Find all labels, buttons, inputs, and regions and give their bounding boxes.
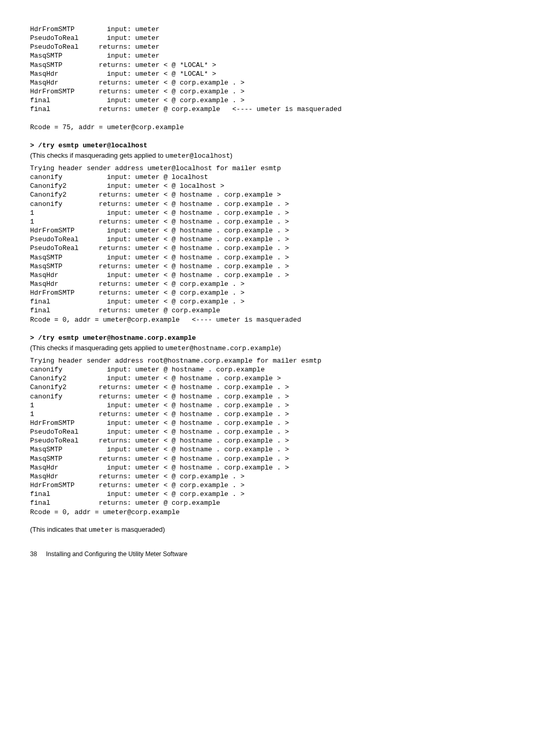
narr-text-after: ) xyxy=(230,151,232,159)
narr-text: (This checks if masquerading gets applie… xyxy=(30,151,165,159)
page-number: 38 xyxy=(30,550,37,558)
closing-text-before: (This indicates that xyxy=(30,526,89,533)
section-heading-try-localhost: > /try esmtp umeter@localhost xyxy=(30,141,533,150)
narr-code: umeter@hostname.corp.example xyxy=(165,344,278,352)
closing-note: (This indicates that umeter is masquerad… xyxy=(30,525,533,535)
narrative-localhost: (This checks if masquerading gets applie… xyxy=(30,151,533,161)
narrative-hostname: (This checks if masquerading gets applie… xyxy=(30,343,533,353)
narr-code: umeter@localhost xyxy=(165,152,230,160)
terminal-output-block-1: HdrFromSMTP input: umeter PseudoToReal i… xyxy=(30,25,533,132)
page-footer: 38 Installing and Configuring the Utilit… xyxy=(30,550,533,558)
narr-text-after: ) xyxy=(278,344,281,352)
closing-text-after: is masqueraded) xyxy=(113,526,165,533)
section-heading-try-hostname: > /try esmtp umeter@hostname.corp.exampl… xyxy=(30,334,533,343)
footer-title: Installing and Configuring the Utility M… xyxy=(46,550,188,558)
terminal-output-block-2: Trying header sender address umeter@loca… xyxy=(30,164,533,324)
terminal-output-block-3: Trying header sender address root@hostna… xyxy=(30,356,533,517)
closing-code: umeter xyxy=(89,526,113,534)
narr-text: (This checks if masquerading gets applie… xyxy=(30,344,165,352)
